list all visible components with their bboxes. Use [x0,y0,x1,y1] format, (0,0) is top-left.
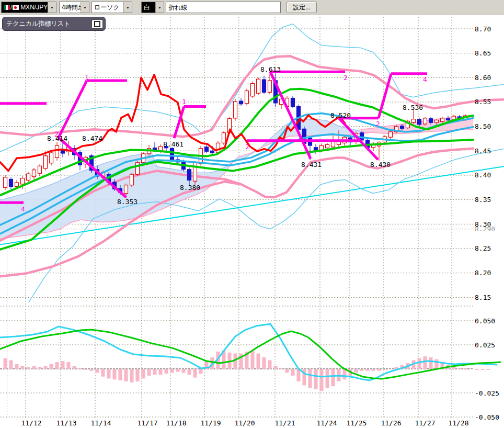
svg-text:8.613: 8.613 [260,65,281,73]
axis-tick: 8.50 [475,122,491,130]
axis-tick: 8.35 [475,196,491,204]
axis-tick: 8.65 [475,49,491,57]
color-label: 白 [142,2,155,13]
axis-tick: 8.45 [475,147,491,155]
axis-tick: -0.025 [475,389,499,397]
axis-tick: 8.55 [475,98,491,106]
chevron-down-icon[interactable]: ▼ [48,2,56,13]
mexico-flag-icon [4,5,10,10]
minimize-button[interactable] [91,19,103,29]
date-label: 11/19 [200,419,221,427]
settings-button[interactable]: 設定... [287,2,317,13]
color-select[interactable]: 白 ▼ [141,2,164,13]
svg-text:2: 2 [245,143,249,151]
axis-tick: 8.70 [475,25,491,33]
date-label: 11/20 [234,419,255,427]
date-label: 11/18 [166,419,186,427]
svg-text:8.461: 8.461 [163,140,184,148]
svg-text:2: 2 [343,74,348,82]
trading-app-window: / MXN/JPY ▼ 4時間足 ▼ ローソク ▼ 白 ▼ 設定... テクニカ… [0,0,504,428]
date-label: 11/17 [137,419,157,427]
chevron-down-icon[interactable]: ▼ [155,2,164,13]
svg-text:8.536: 8.536 [403,104,423,111]
minimize-square-icon [94,21,100,27]
date-label: 11/27 [415,419,435,427]
axis-tick: 0.025 [475,341,495,349]
svg-text:1: 1 [182,98,186,106]
chevron-down-icon[interactable]: ▼ [81,2,89,13]
date-label: 11/12 [21,419,41,427]
chart-toolbar: / MXN/JPY ▼ 4時間足 ▼ ローソク ▼ 白 ▼ 設定... [0,0,504,15]
svg-text:8.520: 8.520 [330,111,351,119]
chevron-down-icon[interactable]: ▼ [123,2,132,13]
axis-tick: 8.40 [475,171,491,179]
svg-text:8.431: 8.431 [301,161,322,168]
svg-text:8.414: 8.414 [47,134,67,142]
date-label: 11/21 [274,419,295,427]
axis-tick: 8.20 [475,269,491,277]
timeframe-label: 4時間足 [60,2,81,13]
svg-text:4: 4 [423,75,427,83]
svg-text:8.353: 8.353 [117,198,138,206]
japan-flag-icon [13,5,19,10]
axis-tick: -0.050 [475,413,499,421]
svg-text:4: 4 [21,205,25,213]
currency-pair-select[interactable]: / MXN/JPY ▼ [1,2,56,13]
svg-text:1: 1 [85,73,89,81]
axis-tick: 0.050 [475,317,495,325]
pair-label: MXN/JPY [20,4,48,11]
axis-tick: 8.15 [475,294,491,301]
svg-text:8.430: 8.430 [370,161,391,168]
axis-tick: 8.25 [475,244,491,252]
technical-indicator-list-panel[interactable]: テクニカル指標リスト [2,17,106,31]
panel-title: テクニカル指標リスト [3,19,91,28]
svg-text:8.474: 8.474 [82,134,102,142]
date-label: 11/25 [346,419,366,427]
chart-canvas[interactable]: 124122248.4148.4748.4618.3538.3808.6138.… [0,0,504,428]
draw-tool-input[interactable] [166,2,281,13]
timeframe-select[interactable]: 4時間足 ▼ [59,2,89,13]
svg-text:8.380: 8.380 [180,184,200,192]
date-label: 11/14 [90,419,111,427]
axis-tick: 8.290 [475,225,495,233]
axis-tick: 8.60 [475,74,491,82]
date-label: 11/13 [56,419,76,427]
date-label: 11/28 [448,419,468,427]
svg-text:2: 2 [376,120,380,128]
pair-field: / MXN/JPY [2,2,48,13]
date-label: 11/24 [316,419,337,427]
date-label: 11/26 [381,419,401,427]
chart-style-select[interactable]: ローソク ▼ [91,2,132,13]
macd-panel [0,324,500,391]
ichimoku-clouds [0,116,473,239]
chart-style-label: ローソク [92,2,123,13]
flag-separator: / [10,5,12,10]
